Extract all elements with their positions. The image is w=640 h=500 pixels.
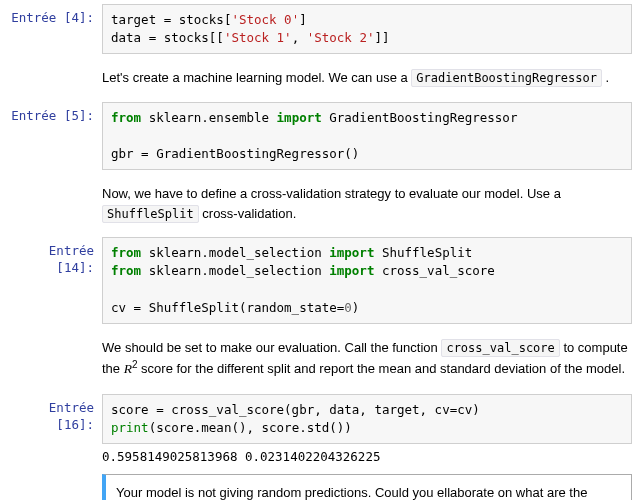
token: target: [111, 12, 156, 27]
inline-code: ShuffleSplit: [102, 205, 199, 223]
markdown-content[interactable]: Let's create a machine learning model. W…: [102, 60, 632, 96]
code-cell-4: Entrée [4]: target = stocks['Stock 0'] d…: [8, 4, 632, 54]
inline-code: GradientBoostingRegressor: [411, 69, 602, 87]
math-R: R: [124, 361, 132, 376]
token: gbr = GradientBoostingRegressor(): [111, 146, 359, 161]
token: sklearn.ensemble: [141, 110, 276, 125]
code-cell-content[interactable]: target = stocks['Stock 0'] data = stocks…: [102, 4, 632, 54]
text: Your model is not giving random predicti…: [116, 485, 587, 500]
text: Let's create a machine learning model. W…: [102, 70, 411, 85]
token: sklearn.model_selection: [141, 263, 329, 278]
markdown-cell: Let's create a machine learning model. W…: [8, 60, 632, 96]
markdown-cell-selected: Your model is not giving random predicti…: [8, 474, 632, 500]
token-keyword: from: [111, 245, 141, 260]
token: (score.mean(), score.std()): [149, 420, 352, 435]
token: ShuffleSplit: [374, 245, 472, 260]
text: cross-validation.: [199, 206, 297, 221]
token: = stocks[[: [141, 30, 224, 45]
code-cell-content[interactable]: from sklearn.ensemble import GradientBoo…: [102, 102, 632, 170]
token-keyword: import: [329, 245, 374, 260]
token-builtin: print: [111, 420, 149, 435]
token-string: 'Stock 1': [224, 30, 292, 45]
token: cross_val_score: [374, 263, 494, 278]
token: ,: [292, 30, 307, 45]
token: = stocks[: [156, 12, 231, 27]
code-block[interactable]: target = stocks['Stock 0'] data = stocks…: [102, 4, 632, 54]
empty-prompt: [8, 330, 102, 343]
token: sklearn.model_selection: [141, 245, 329, 260]
output-cell-16: 0.5958149025813968 0.0231402204326225: [8, 444, 632, 468]
token: ): [352, 300, 360, 315]
empty-prompt: [8, 60, 102, 73]
markdown-cell: Now, we have to define a cross-validatio…: [8, 176, 632, 231]
code-cell-content[interactable]: score = cross_val_score(gbr, data, targe…: [102, 394, 632, 444]
markdown-cell: We should be set to make our evaluation.…: [8, 330, 632, 388]
code-block[interactable]: score = cross_val_score(gbr, data, targe…: [102, 394, 632, 444]
token: score = cross_val_score(gbr, data, targe…: [111, 402, 480, 417]
text: .: [602, 70, 609, 85]
token: GradientBoostingRegressor: [322, 110, 518, 125]
markdown-content[interactable]: Your model is not giving random predicti…: [102, 474, 632, 500]
token-keyword: import: [277, 110, 322, 125]
input-prompt: Entrée [16]:: [8, 394, 102, 434]
code-cell-14: Entrée [14]: from sklearn.model_selectio…: [8, 237, 632, 324]
text: We should be set to make our evaluation.…: [102, 340, 441, 355]
text: Now, we have to define a cross-validatio…: [102, 186, 561, 201]
token: ]]: [374, 30, 389, 45]
text: score for the different split and report…: [138, 361, 626, 376]
token: data: [111, 30, 141, 45]
token-string: 'Stock 0': [231, 12, 299, 27]
code-cell-16: Entrée [16]: score = cross_val_score(gbr…: [8, 394, 632, 444]
token-keyword: import: [329, 263, 374, 278]
code-block[interactable]: from sklearn.model_selection import Shuf…: [102, 237, 632, 324]
token-keyword: from: [111, 110, 141, 125]
input-prompt: Entrée [14]:: [8, 237, 102, 277]
empty-prompt: [8, 444, 102, 457]
token: cv = ShuffleSplit(random_state=: [111, 300, 344, 315]
stdout: 0.5958149025813968 0.0231402204326225: [102, 444, 632, 468]
token-keyword: from: [111, 263, 141, 278]
code-cell-content[interactable]: from sklearn.model_selection import Shuf…: [102, 237, 632, 324]
empty-prompt: [8, 176, 102, 189]
markdown-content[interactable]: We should be set to make our evaluation.…: [102, 330, 632, 388]
empty-prompt: [8, 474, 102, 487]
token-string: 'Stock 2': [307, 30, 375, 45]
inline-code: cross_val_score: [441, 339, 559, 357]
code-block[interactable]: from sklearn.ensemble import GradientBoo…: [102, 102, 632, 170]
markdown-content[interactable]: Now, we have to define a cross-validatio…: [102, 176, 632, 231]
token: ]: [299, 12, 307, 27]
input-prompt: Entrée [5]:: [8, 102, 102, 125]
code-cell-5: Entrée [5]: from sklearn.ensemble import…: [8, 102, 632, 170]
token-number: 0: [344, 300, 352, 315]
output-content: 0.5958149025813968 0.0231402204326225: [102, 444, 632, 468]
input-prompt: Entrée [4]:: [8, 4, 102, 27]
